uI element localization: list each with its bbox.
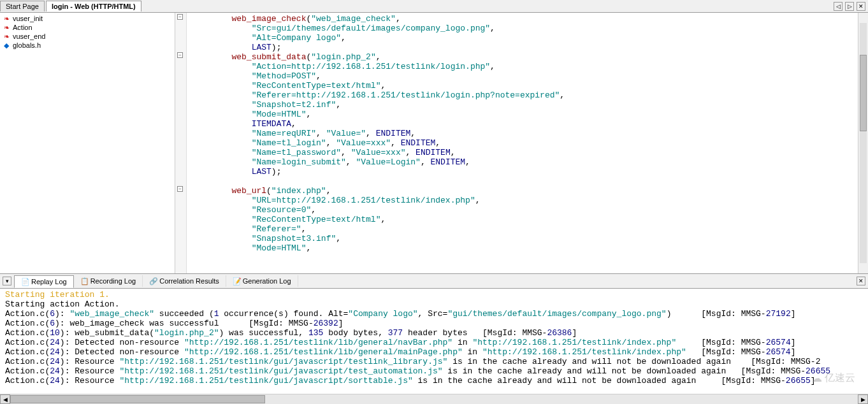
generation-log-icon: 📝	[233, 277, 240, 285]
document-tabs: Start Page login - Web (HTTP/HTML) ◁ ▷ ✕	[0, 0, 868, 13]
tab-login[interactable]: login - Web (HTTP/HTML)	[46, 1, 141, 11]
fold-toggle-icon[interactable]: −	[177, 52, 183, 58]
tree-item-label: vuser_end	[13, 32, 45, 40]
scroll-right-icon[interactable]: ▶	[858, 394, 868, 404]
cloud-icon: ☁	[812, 372, 822, 384]
replay-log-icon: 📄	[21, 278, 29, 285]
log-tabs: ▾ 📄 Replay Log 📋 Recording Log 🔗 Correla…	[0, 273, 868, 289]
vertical-scrollbar[interactable]	[858, 13, 868, 273]
tree-item-label: globals.h	[13, 41, 41, 49]
script-tree: ❧vuser_init❧Action❧vuser_end◆globals.h	[0, 13, 175, 273]
action-file-icon: ❧	[3, 15, 10, 22]
code-content[interactable]: web_image_check("web_image_check", "Src=…	[187, 13, 858, 273]
tab-start-page[interactable]: Start Page	[0, 1, 45, 11]
tab-replay-log[interactable]: 📄 Replay Log	[14, 275, 74, 288]
tab-correlation-results[interactable]: 🔗 Correlation Results	[143, 275, 226, 287]
scrollbar-track[interactable]	[860, 23, 867, 263]
code-editor[interactable]: − − − web_image_check("web_image_check",…	[175, 13, 868, 273]
tab-recording-log[interactable]: 📋 Recording Log	[74, 275, 143, 287]
tab-prev-icon[interactable]: ◁	[834, 2, 843, 11]
tree-item-label: vuser_init	[13, 15, 43, 22]
header-file-icon: ◆	[3, 41, 10, 49]
tab-next-icon[interactable]: ▷	[845, 2, 854, 11]
main-area: ❧vuser_init❧Action❧vuser_end◆globals.h −…	[0, 13, 868, 273]
tab-label: Generation Log	[243, 277, 291, 285]
tree-item[interactable]: ◆globals.h	[0, 41, 175, 50]
horizontal-scrollbar[interactable]: ◀ ▶	[0, 394, 868, 404]
tab-controls: ◁ ▷ ✕	[834, 2, 868, 11]
fold-gutter: − − −	[175, 13, 187, 273]
watermark-text: 亿速云	[825, 372, 855, 385]
scroll-left-icon[interactable]: ◀	[0, 394, 10, 404]
tree-item[interactable]: ❧Action	[0, 23, 175, 32]
recording-log-icon: 📋	[80, 277, 88, 285]
log-panel-toggle-icon[interactable]: ▾	[3, 277, 11, 285]
action-file-icon: ❧	[3, 32, 10, 40]
watermark: ☁ 亿速云	[812, 372, 855, 385]
log-close-icon[interactable]: ✕	[857, 277, 865, 285]
tab-generation-log[interactable]: 📝 Generation Log	[226, 275, 298, 287]
tab-label: Replay Log	[31, 278, 67, 285]
tree-item[interactable]: ❧vuser_end	[0, 32, 175, 41]
tree-item-label: Action	[13, 24, 33, 31]
action-file-icon: ❧	[3, 24, 10, 31]
log-output[interactable]: Starting iteration 1.Starting action Act…	[0, 289, 868, 394]
scrollbar-track[interactable]	[10, 394, 858, 404]
tab-label: Recording Log	[90, 277, 136, 285]
scrollbar-thumb[interactable]	[860, 55, 867, 131]
fold-toggle-icon[interactable]: −	[177, 14, 183, 20]
tab-close-icon[interactable]: ✕	[857, 2, 865, 11]
scrollbar-thumb[interactable]	[10, 395, 265, 403]
tab-label: Correlation Results	[159, 277, 219, 285]
tree-item[interactable]: ❧vuser_init	[0, 14, 175, 23]
fold-toggle-icon[interactable]: −	[177, 186, 183, 192]
correlation-icon: 🔗	[149, 277, 157, 285]
